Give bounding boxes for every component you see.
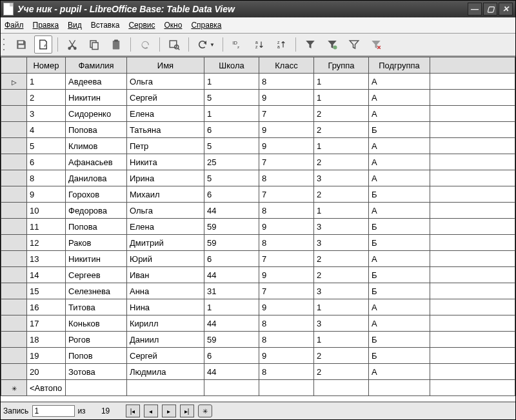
cell-name[interactable]: Кирилл xyxy=(127,315,204,332)
chevron-down-icon[interactable]: ▼ xyxy=(210,42,215,48)
col-header-school[interactable]: Школа xyxy=(204,57,259,74)
cell-blank[interactable] xyxy=(430,315,515,332)
autofilter-icon[interactable] xyxy=(301,35,319,54)
row-selector[interactable] xyxy=(1,251,27,267)
table-row[interactable]: 14СергеевИван4492Б xyxy=(1,267,515,283)
edit-mode-icon[interactable] xyxy=(34,35,52,54)
menu-help[interactable]: Справка xyxy=(191,21,221,30)
cell-blank[interactable] xyxy=(430,90,515,106)
table-row[interactable]: 20ЗотоваЛюдмила4482А xyxy=(1,364,515,380)
current-record-input[interactable] xyxy=(32,405,75,417)
cell-fam[interactable]: Никитин xyxy=(66,90,127,106)
new-row[interactable]: ✳<Автопо xyxy=(1,380,515,396)
cell-school[interactable]: 6 xyxy=(204,122,259,138)
cell-school[interactable]: 6 xyxy=(204,348,259,364)
refresh-icon[interactable]: ▼ xyxy=(194,35,217,54)
cell-num[interactable]: 18 xyxy=(27,332,66,348)
row-selector[interactable] xyxy=(1,348,27,364)
cell-fam[interactable]: Горохов xyxy=(66,186,127,203)
cell-sub[interactable]: Б xyxy=(369,283,430,299)
cell-class[interactable]: 7 xyxy=(259,154,314,170)
table-row[interactable]: ▷1АвдееваОльга181А xyxy=(1,74,515,90)
cell-fam[interactable]: Коньков xyxy=(66,315,127,332)
cell-num[interactable]: 6 xyxy=(27,154,66,170)
table-row[interactable]: 10ФедороваОльга4481А xyxy=(1,203,515,219)
cell-school[interactable]: 44 xyxy=(204,315,259,332)
next-record-button[interactable]: ▸ xyxy=(162,405,176,417)
cell-name[interactable]: Иван xyxy=(127,267,204,283)
cell-blank[interactable] xyxy=(430,267,515,283)
cell-name[interactable]: Людмила xyxy=(127,364,204,380)
cell-school[interactable]: 5 xyxy=(204,138,259,154)
paste-icon[interactable] xyxy=(107,35,125,54)
cell-blank[interactable] xyxy=(430,332,515,348)
col-header-num[interactable]: Номер xyxy=(27,57,66,74)
cell-sub[interactable]: Б xyxy=(369,122,430,138)
cell-class[interactable]: 7 xyxy=(259,251,314,267)
cell-class[interactable]: 7 xyxy=(259,186,314,203)
cell-name[interactable]: Сергей xyxy=(127,348,204,364)
col-header-fam[interactable]: Фамилия xyxy=(66,57,127,74)
cell-class[interactable]: 7 xyxy=(259,283,314,299)
save-icon[interactable] xyxy=(12,35,30,54)
table-row[interactable]: 3СидоренкоЕлена172А xyxy=(1,106,515,122)
first-record-button[interactable]: |◂ xyxy=(126,405,140,417)
new-record-button[interactable]: ✳ xyxy=(198,405,212,417)
cell-name[interactable]: Ольга xyxy=(127,203,204,219)
cell-name[interactable]: Анна xyxy=(127,283,204,299)
cell-class[interactable]: 9 xyxy=(259,122,314,138)
cell-school[interactable]: 5 xyxy=(204,90,259,106)
cell-school[interactable]: 6 xyxy=(204,251,259,267)
cell-blank[interactable] xyxy=(430,122,515,138)
cell-fam[interactable]: Попова xyxy=(66,122,127,138)
cell-class[interactable]: 9 xyxy=(259,348,314,364)
cell-blank[interactable] xyxy=(430,203,515,219)
table-row[interactable]: 13НикитинЮрий672А xyxy=(1,251,515,267)
cell-blank[interactable] xyxy=(430,364,515,380)
cut-icon[interactable] xyxy=(63,35,81,54)
sort-icon[interactable]: IDz xyxy=(228,35,246,54)
cell-group[interactable]: 3 xyxy=(314,170,369,186)
cell-school[interactable]: 59 xyxy=(204,219,259,235)
cell-school[interactable]: 59 xyxy=(204,235,259,251)
row-selector[interactable] xyxy=(1,106,27,122)
cell-num[interactable]: 14 xyxy=(27,267,66,283)
row-selector[interactable] xyxy=(1,299,27,315)
cell-fam[interactable]: Селезнева xyxy=(66,283,127,299)
sort-desc-icon[interactable]: za xyxy=(272,35,290,54)
cell-name[interactable]: Никита xyxy=(127,154,204,170)
cell-blank[interactable] xyxy=(430,283,515,299)
cell-school[interactable]: 59 xyxy=(204,332,259,348)
cell-group[interactable]: 1 xyxy=(314,138,369,154)
table-row[interactable]: 5КлимовПетр591А xyxy=(1,138,515,154)
table-row[interactable]: 9ГороховМихаил672Б xyxy=(1,186,515,203)
cell-blank[interactable] xyxy=(430,170,515,186)
cell-num[interactable]: 2 xyxy=(27,90,66,106)
new-row-marker[interactable]: ✳ xyxy=(1,380,27,396)
toolbar-grip[interactable] xyxy=(3,37,7,52)
cell-fam[interactable]: Попов xyxy=(66,348,127,364)
menu-window[interactable]: Окно xyxy=(164,21,182,30)
cell-num[interactable]: 5 xyxy=(27,138,66,154)
table-row[interactable]: 19ПоповСергей692Б xyxy=(1,348,515,364)
last-record-button[interactable]: ▸| xyxy=(180,405,194,417)
cell-sub[interactable]: Б xyxy=(369,267,430,283)
cell-group[interactable]: 3 xyxy=(314,315,369,332)
row-selector[interactable] xyxy=(1,138,27,154)
cell-group[interactable]: 2 xyxy=(314,348,369,364)
row-selector[interactable] xyxy=(1,203,27,219)
remove-filter-icon[interactable] xyxy=(367,35,385,54)
cell-group[interactable]: 1 xyxy=(314,299,369,315)
row-selector[interactable] xyxy=(1,170,27,186)
table-row[interactable]: 6АфанасьевНикита2572А xyxy=(1,154,515,170)
cell-blank[interactable] xyxy=(430,74,515,90)
cell-fam[interactable]: Сидоренко xyxy=(66,106,127,122)
cell-class[interactable]: 9 xyxy=(259,267,314,283)
cell-num[interactable]: 17 xyxy=(27,315,66,332)
cell-blank[interactable] xyxy=(430,235,515,251)
cell-sub[interactable]: А xyxy=(369,106,430,122)
undo-icon[interactable] xyxy=(136,35,154,54)
cell-sub[interactable]: Б xyxy=(369,332,430,348)
cell-fam[interactable]: Рогов xyxy=(66,332,127,348)
cell-group[interactable]: 3 xyxy=(314,283,369,299)
